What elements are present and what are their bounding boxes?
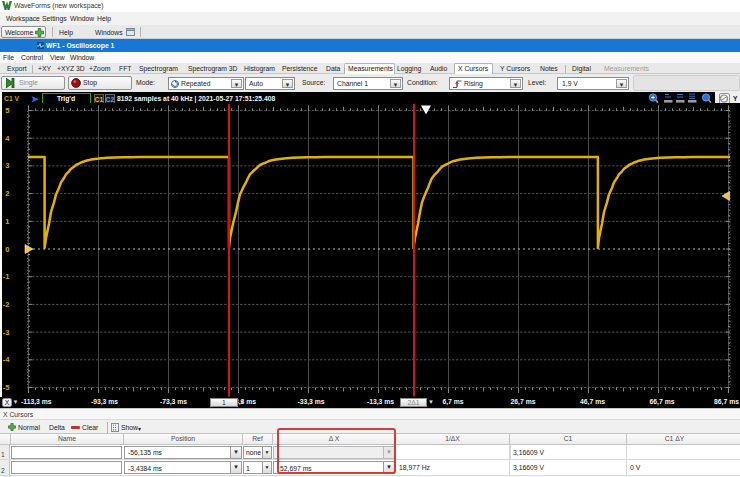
svg-text:-3: -3 — [3, 328, 10, 337]
svg-text:-5: -5 — [3, 383, 10, 392]
svg-text:3: 3 — [5, 161, 9, 170]
svg-text:2: 2 — [5, 189, 9, 198]
svg-text:1: 1 — [5, 217, 9, 226]
svg-text:5: 5 — [5, 106, 9, 115]
svg-text:-1: -1 — [3, 272, 10, 281]
svg-text:-4: -4 — [3, 355, 10, 364]
svg-text:-2: -2 — [3, 300, 10, 309]
svg-text:0: 0 — [5, 245, 9, 254]
